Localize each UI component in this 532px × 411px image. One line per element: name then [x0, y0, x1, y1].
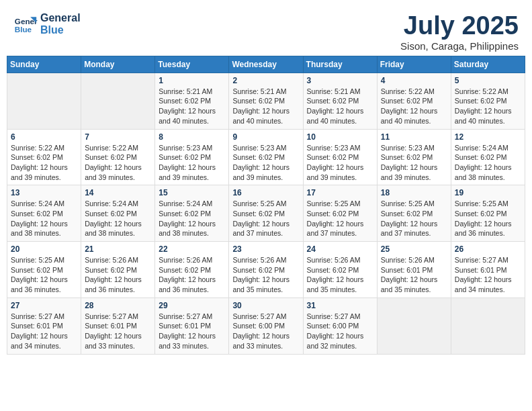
- calendar-cell: 3Sunrise: 5:21 AMSunset: 6:02 PMDaylight…: [303, 73, 377, 129]
- day-number: 12: [455, 132, 521, 142]
- calendar-week-2: 6Sunrise: 5:22 AMSunset: 6:02 PMDaylight…: [7, 129, 525, 185]
- day-info: Sunrise: 5:26 AMSunset: 6:02 PMDaylight:…: [85, 255, 151, 295]
- calendar-cell: 25Sunrise: 5:26 AMSunset: 6:01 PMDayligh…: [377, 242, 451, 298]
- calendar-cell: 7Sunrise: 5:22 AMSunset: 6:02 PMDaylight…: [81, 129, 155, 185]
- day-info: Sunrise: 5:22 AMSunset: 6:02 PMDaylight:…: [381, 87, 447, 126]
- calendar-cell: 21Sunrise: 5:26 AMSunset: 6:02 PMDayligh…: [81, 242, 155, 298]
- day-info: Sunrise: 5:27 AMSunset: 6:01 PMDaylight:…: [159, 312, 225, 351]
- calendar-cell: 14Sunrise: 5:24 AMSunset: 6:02 PMDayligh…: [81, 185, 155, 242]
- day-number: 19: [455, 188, 521, 197]
- weekday-header-monday: Monday: [81, 56, 155, 73]
- calendar-cell: 6Sunrise: 5:22 AMSunset: 6:02 PMDaylight…: [7, 129, 81, 185]
- day-info: Sunrise: 5:25 AMSunset: 6:02 PMDaylight:…: [381, 199, 447, 238]
- day-number: 14: [85, 188, 151, 197]
- day-number: 4: [381, 76, 447, 85]
- day-number: 11: [381, 132, 447, 142]
- weekday-header-saturday: Saturday: [451, 56, 525, 73]
- day-number: 15: [159, 188, 225, 197]
- day-number: 27: [11, 301, 77, 310]
- calendar-week-5: 27Sunrise: 5:27 AMSunset: 6:01 PMDayligh…: [7, 298, 525, 354]
- day-number: 28: [85, 301, 151, 310]
- day-number: 31: [307, 301, 373, 310]
- day-info: Sunrise: 5:26 AMSunset: 6:02 PMDaylight:…: [159, 255, 225, 295]
- calendar-cell: 20Sunrise: 5:25 AMSunset: 6:02 PMDayligh…: [7, 242, 81, 298]
- calendar-cell: [7, 73, 81, 129]
- calendar-cell: 5Sunrise: 5:22 AMSunset: 6:02 PMDaylight…: [451, 73, 525, 129]
- calendar-week-3: 13Sunrise: 5:24 AMSunset: 6:02 PMDayligh…: [7, 185, 525, 242]
- calendar-cell: 9Sunrise: 5:23 AMSunset: 6:02 PMDaylight…: [229, 129, 303, 185]
- day-info: Sunrise: 5:22 AMSunset: 6:02 PMDaylight:…: [455, 87, 521, 126]
- calendar-cell: 16Sunrise: 5:25 AMSunset: 6:02 PMDayligh…: [229, 185, 303, 242]
- day-number: 23: [232, 244, 299, 254]
- day-number: 17: [307, 188, 373, 197]
- svg-text:Blue: Blue: [15, 25, 32, 34]
- calendar-cell: 30Sunrise: 5:27 AMSunset: 6:00 PMDayligh…: [229, 298, 303, 354]
- weekday-header-tuesday: Tuesday: [155, 56, 229, 73]
- calendar-cell: 1Sunrise: 5:21 AMSunset: 6:02 PMDaylight…: [155, 73, 229, 129]
- logo: General Blue General Blue: [13, 12, 81, 36]
- day-number: 25: [381, 244, 447, 254]
- day-number: 6: [11, 132, 77, 142]
- day-info: Sunrise: 5:26 AMSunset: 6:01 PMDaylight:…: [381, 255, 447, 295]
- page-header: General Blue General Blue July 2025 Siso…: [7, 7, 525, 56]
- day-number: 8: [159, 132, 225, 142]
- calendar-cell: 31Sunrise: 5:27 AMSunset: 6:00 PMDayligh…: [303, 298, 377, 354]
- location-subtitle: Sison, Caraga, Philippines: [400, 40, 519, 52]
- calendar-cell: 22Sunrise: 5:26 AMSunset: 6:02 PMDayligh…: [155, 242, 229, 298]
- day-number: 5: [455, 76, 521, 85]
- day-info: Sunrise: 5:25 AMSunset: 6:02 PMDaylight:…: [307, 199, 373, 238]
- day-info: Sunrise: 5:27 AMSunset: 6:01 PMDaylight:…: [11, 312, 77, 351]
- calendar-cell: 17Sunrise: 5:25 AMSunset: 6:02 PMDayligh…: [303, 185, 377, 242]
- day-number: 10: [307, 132, 373, 142]
- day-info: Sunrise: 5:22 AMSunset: 6:02 PMDaylight:…: [11, 143, 77, 183]
- day-info: Sunrise: 5:27 AMSunset: 6:01 PMDaylight:…: [85, 312, 151, 351]
- calendar-cell: 26Sunrise: 5:27 AMSunset: 6:01 PMDayligh…: [451, 242, 525, 298]
- day-info: Sunrise: 5:24 AMSunset: 6:02 PMDaylight:…: [159, 199, 225, 238]
- calendar-cell: 8Sunrise: 5:23 AMSunset: 6:02 PMDaylight…: [155, 129, 229, 185]
- title-block: July 2025 Sison, Caraga, Philippines: [400, 12, 519, 52]
- day-number: 1: [159, 76, 225, 85]
- day-info: Sunrise: 5:21 AMSunset: 6:02 PMDaylight:…: [159, 87, 225, 126]
- day-info: Sunrise: 5:25 AMSunset: 6:02 PMDaylight:…: [11, 255, 77, 295]
- calendar-cell: [451, 298, 525, 354]
- calendar-cell: 15Sunrise: 5:24 AMSunset: 6:02 PMDayligh…: [155, 185, 229, 242]
- weekday-header-sunday: Sunday: [7, 56, 81, 73]
- day-info: Sunrise: 5:22 AMSunset: 6:02 PMDaylight:…: [85, 143, 151, 183]
- weekday-header-wednesday: Wednesday: [229, 56, 303, 73]
- calendar-cell: 27Sunrise: 5:27 AMSunset: 6:01 PMDayligh…: [7, 298, 81, 354]
- day-info: Sunrise: 5:23 AMSunset: 6:02 PMDaylight:…: [232, 143, 299, 183]
- logo-text-general: General: [40, 12, 81, 24]
- day-number: 3: [307, 76, 373, 85]
- day-number: 7: [85, 132, 151, 142]
- calendar-cell: 19Sunrise: 5:25 AMSunset: 6:02 PMDayligh…: [451, 185, 525, 242]
- calendar-cell: 18Sunrise: 5:25 AMSunset: 6:02 PMDayligh…: [377, 185, 451, 242]
- day-info: Sunrise: 5:24 AMSunset: 6:02 PMDaylight:…: [11, 199, 77, 238]
- calendar-cell: 12Sunrise: 5:24 AMSunset: 6:02 PMDayligh…: [451, 129, 525, 185]
- day-info: Sunrise: 5:21 AMSunset: 6:02 PMDaylight:…: [307, 87, 373, 126]
- calendar-cell: 10Sunrise: 5:23 AMSunset: 6:02 PMDayligh…: [303, 129, 377, 185]
- day-number: 30: [232, 301, 299, 310]
- calendar-cell: [377, 298, 451, 354]
- day-info: Sunrise: 5:25 AMSunset: 6:02 PMDaylight:…: [232, 199, 299, 238]
- day-number: 9: [232, 132, 299, 142]
- weekday-header-thursday: Thursday: [303, 56, 377, 73]
- logo-text-blue: Blue: [40, 24, 81, 36]
- calendar-week-4: 20Sunrise: 5:25 AMSunset: 6:02 PMDayligh…: [7, 242, 525, 298]
- day-number: 13: [11, 188, 77, 197]
- calendar-cell: 13Sunrise: 5:24 AMSunset: 6:02 PMDayligh…: [7, 185, 81, 242]
- day-info: Sunrise: 5:26 AMSunset: 6:02 PMDaylight:…: [307, 255, 373, 295]
- day-number: 24: [307, 244, 373, 254]
- day-info: Sunrise: 5:24 AMSunset: 6:02 PMDaylight:…: [455, 143, 521, 183]
- calendar-cell: [81, 73, 155, 129]
- calendar-table: SundayMondayTuesdayWednesdayThursdayFrid…: [7, 56, 525, 355]
- calendar-cell: 2Sunrise: 5:21 AMSunset: 6:02 PMDaylight…: [229, 73, 303, 129]
- day-number: 18: [381, 188, 447, 197]
- day-info: Sunrise: 5:26 AMSunset: 6:02 PMDaylight:…: [232, 255, 299, 295]
- day-info: Sunrise: 5:23 AMSunset: 6:02 PMDaylight:…: [381, 143, 447, 183]
- calendar-cell: 29Sunrise: 5:27 AMSunset: 6:01 PMDayligh…: [155, 298, 229, 354]
- day-number: 2: [232, 76, 299, 85]
- logo-icon: General Blue: [13, 12, 38, 36]
- day-number: 22: [159, 244, 225, 254]
- day-number: 16: [232, 188, 299, 197]
- day-info: Sunrise: 5:23 AMSunset: 6:02 PMDaylight:…: [159, 143, 225, 183]
